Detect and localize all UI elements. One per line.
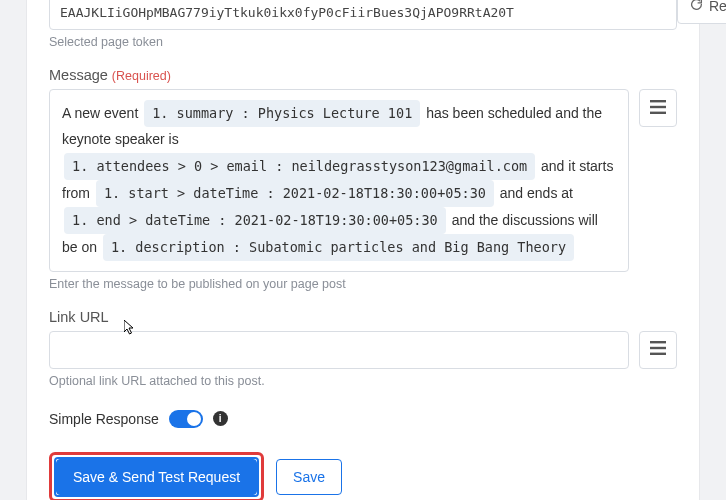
message-label: Message bbox=[49, 67, 108, 83]
svg-rect-2 bbox=[650, 111, 666, 113]
link-url-helper: Optional link URL attached to this post. bbox=[49, 374, 677, 388]
hamburger-icon bbox=[650, 341, 666, 358]
svg-rect-3 bbox=[650, 341, 666, 343]
message-helper: Enter the message to be published on you… bbox=[49, 277, 677, 291]
message-insert-field-button[interactable] bbox=[639, 89, 677, 127]
save-and-send-test-button[interactable]: Save & Send Test Request bbox=[56, 459, 257, 495]
pill-end-datetime[interactable]: 1. end > dateTime : 2021-02-18T19:30:00+… bbox=[64, 207, 446, 234]
info-icon[interactable]: i bbox=[213, 411, 228, 426]
token-helper: Selected page token bbox=[49, 35, 677, 49]
highlight-annotation: Save & Send Test Request bbox=[49, 452, 264, 500]
pill-summary[interactable]: 1. summary : Physics Lecture 101 bbox=[144, 100, 420, 127]
refresh-label: Refresh bbox=[709, 0, 726, 14]
simple-response-label: Simple Response bbox=[49, 411, 159, 427]
pill-attendees-email[interactable]: 1. attendees > 0 > email : neildegrassty… bbox=[64, 153, 535, 180]
required-indicator: (Required) bbox=[112, 69, 171, 83]
refresh-icon bbox=[690, 0, 703, 14]
message-input[interactable]: A new event 1. summary : Physics Lecture… bbox=[49, 89, 629, 272]
page-token-input[interactable] bbox=[49, 0, 677, 30]
simple-response-toggle[interactable] bbox=[169, 410, 203, 428]
link-url-label: Link URL bbox=[49, 309, 109, 325]
pill-description[interactable]: 1. description : Subatomic particles and… bbox=[103, 234, 574, 261]
save-button[interactable]: Save bbox=[276, 459, 342, 495]
svg-rect-4 bbox=[650, 347, 666, 349]
message-text-3: and ends at bbox=[496, 185, 573, 201]
svg-rect-0 bbox=[650, 100, 666, 102]
link-url-insert-field-button[interactable] bbox=[639, 331, 677, 369]
hamburger-icon bbox=[650, 100, 666, 117]
pill-start-datetime[interactable]: 1. start > dateTime : 2021-02-18T18:30:0… bbox=[96, 180, 494, 207]
link-url-input[interactable] bbox=[49, 331, 629, 369]
svg-rect-1 bbox=[650, 105, 666, 107]
refresh-button[interactable]: Refresh bbox=[677, 0, 726, 24]
message-text-0: A new event bbox=[62, 105, 142, 121]
svg-rect-5 bbox=[650, 353, 666, 355]
